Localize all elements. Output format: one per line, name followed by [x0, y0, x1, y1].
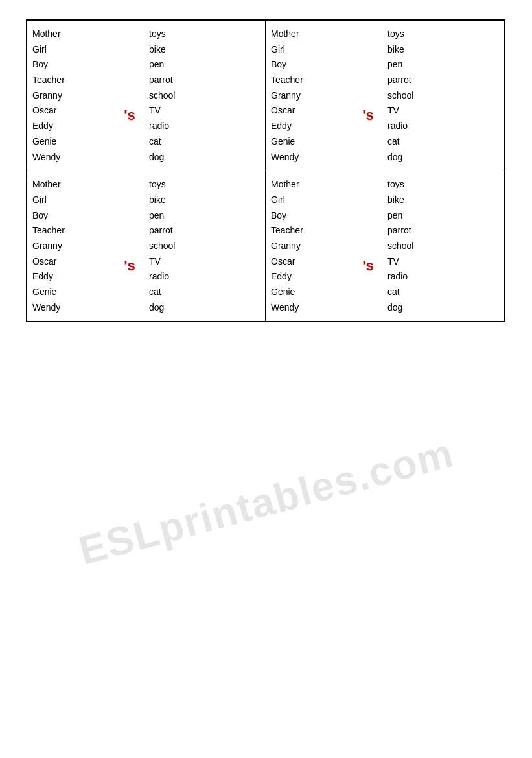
name-item: Genie	[32, 135, 110, 149]
word-item: parrot	[149, 73, 214, 88]
word-item: bike	[149, 193, 214, 207]
card-4-names: MotherGirlBoyTeacherGrannyOscarEddyGenie…	[271, 178, 349, 314]
word-item: cat	[387, 135, 452, 149]
name-item: Eddy	[32, 270, 110, 284]
word-item: school	[149, 89, 214, 103]
word-item: school	[387, 239, 452, 254]
card-4: MotherGirlBoyTeacherGrannyOscarEddyGenie…	[266, 171, 504, 321]
name-item: Oscar	[271, 255, 349, 269]
name-item: Teacher	[32, 73, 110, 88]
name-item: Mother	[32, 27, 110, 41]
word-item: parrot	[387, 73, 452, 88]
card-2-words: toysbikepenparrotschoolTVradiocatdog	[387, 27, 452, 164]
word-item: dog	[149, 301, 214, 315]
card-2-names: MotherGirlBoyTeacherGrannyOscarEddyGenie…	[271, 27, 349, 164]
card-3: MotherGirlBoyTeacherGrannyOscarEddyGenie…	[27, 171, 266, 321]
word-item: school	[149, 239, 214, 254]
name-item: Boy	[271, 209, 349, 223]
word-item: cat	[149, 135, 214, 149]
word-item: toys	[149, 27, 214, 41]
name-item: Girl	[32, 193, 110, 207]
word-item: bike	[149, 43, 214, 57]
name-item: Eddy	[32, 119, 110, 134]
name-item: Boy	[32, 209, 110, 223]
card-3-words: toysbikepenparrotschoolTVradiocatdog	[149, 178, 214, 314]
watermark: ESLprintables.com	[74, 429, 459, 574]
word-item: bike	[387, 43, 452, 57]
word-item: school	[387, 89, 452, 103]
card-1-suffix: 's	[110, 27, 149, 164]
name-item: Boy	[32, 58, 110, 72]
word-item: parrot	[387, 224, 452, 238]
name-item: Eddy	[271, 270, 349, 284]
word-item: dog	[149, 150, 214, 165]
card-3-suffix: 's	[110, 178, 149, 314]
word-item: pen	[387, 209, 452, 223]
word-item: TV	[387, 104, 452, 118]
word-item: toys	[387, 27, 452, 41]
card-3-names: MotherGirlBoyTeacherGrannyOscarEddyGenie…	[32, 178, 110, 314]
card-2-suffix: 's	[349, 27, 387, 164]
name-item: Wendy	[32, 150, 110, 165]
word-item: pen	[149, 209, 214, 223]
card-4-suffix: 's	[349, 178, 387, 314]
word-item: TV	[149, 104, 214, 118]
word-item: cat	[387, 285, 452, 300]
name-item: Teacher	[271, 73, 349, 88]
word-item: radio	[149, 119, 214, 134]
name-item: Wendy	[271, 301, 349, 315]
name-item: Granny	[271, 89, 349, 103]
name-item: Girl	[271, 193, 349, 207]
word-item: bike	[387, 193, 452, 207]
name-item: Granny	[32, 239, 110, 254]
name-item: Teacher	[32, 224, 110, 238]
name-item: Wendy	[271, 150, 349, 165]
name-item: Girl	[32, 43, 110, 57]
word-item: TV	[149, 255, 214, 269]
word-item: pen	[149, 58, 214, 72]
name-item: Wendy	[32, 301, 110, 315]
word-item: dog	[387, 150, 452, 165]
name-item: Teacher	[271, 224, 349, 238]
name-item: Genie	[271, 285, 349, 300]
name-item: Oscar	[32, 255, 110, 269]
card-1-words: toysbikepenparrotschoolTVradiocatdog	[149, 27, 214, 164]
name-item: Granny	[32, 89, 110, 103]
word-item: toys	[149, 178, 214, 192]
word-item: toys	[387, 178, 452, 192]
name-item: Boy	[271, 58, 349, 72]
page-container: MotherGirlBoyTeacherGrannyOscarEddyGenie…	[0, 0, 532, 342]
word-item: cat	[149, 285, 214, 300]
card-1-names: MotherGirlBoyTeacherGrannyOscarEddyGenie…	[32, 27, 110, 164]
name-item: Eddy	[271, 119, 349, 134]
word-item: dog	[387, 301, 452, 315]
name-item: Genie	[32, 285, 110, 300]
name-item: Granny	[271, 239, 349, 254]
card-1: MotherGirlBoyTeacherGrannyOscarEddyGenie…	[27, 21, 266, 171]
name-item: Mother	[271, 178, 349, 192]
name-item: Girl	[271, 43, 349, 57]
name-item: Mother	[32, 178, 110, 192]
name-item: Genie	[271, 135, 349, 149]
word-item: pen	[387, 58, 452, 72]
name-item: Oscar	[271, 104, 349, 118]
word-item: radio	[387, 270, 452, 284]
card-4-words: toysbikepenparrotschoolTVradiocatdog	[387, 178, 452, 314]
word-item: TV	[387, 255, 452, 269]
word-item: radio	[387, 119, 452, 134]
card-2: MotherGirlBoyTeacherGrannyOscarEddyGenie…	[266, 21, 504, 171]
word-item: parrot	[149, 224, 214, 238]
word-item: radio	[149, 270, 214, 284]
grid-outer: MotherGirlBoyTeacherGrannyOscarEddyGenie…	[26, 19, 505, 322]
name-item: Mother	[271, 27, 349, 41]
name-item: Oscar	[32, 104, 110, 118]
